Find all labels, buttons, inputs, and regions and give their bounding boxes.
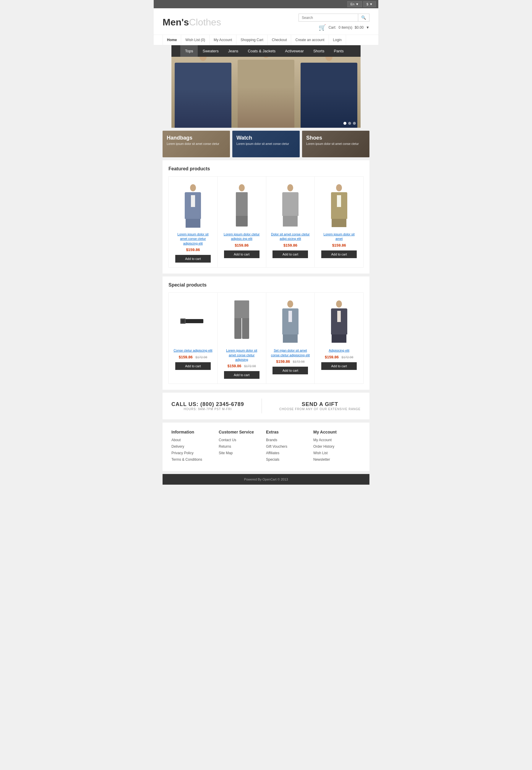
- nav-create-account[interactable]: Create an account: [291, 35, 329, 45]
- cat-coats[interactable]: Coats & Jackets: [243, 45, 280, 57]
- product-image-area: [271, 181, 310, 228]
- footer-link-affiliates[interactable]: Affiliates: [266, 451, 313, 455]
- chevron-down-icon: ▼: [366, 25, 369, 30]
- product-image-area: [319, 297, 359, 345]
- product-image: [233, 300, 251, 342]
- product-card: Lorem ipsum dolor sit amet $159.86 Add t…: [315, 176, 363, 267]
- add-to-cart-button[interactable]: Add to cart: [224, 250, 259, 258]
- hero-dot-2[interactable]: [348, 122, 351, 125]
- cat-sweaters[interactable]: Sweaters: [198, 45, 223, 57]
- hero-dot-3[interactable]: [353, 122, 356, 125]
- product-card: Lorem ipsum dolor sit amet conse ctetur …: [218, 293, 266, 383]
- add-to-cart-button[interactable]: Add to cart: [321, 250, 357, 258]
- price-current: $159.86: [179, 355, 193, 359]
- nav-checkout[interactable]: Checkout: [268, 35, 291, 45]
- product-image-area: [222, 181, 261, 228]
- footer-link-terms[interactable]: Terms & Conditions: [171, 458, 219, 462]
- footer-col-extras: Extras Brands Gift Vouchers Affiliates S…: [266, 430, 313, 464]
- watch-desc: Lorem ipsum dolor sit amet conse ctetur: [236, 142, 296, 145]
- cat-tops[interactable]: Tops: [180, 45, 198, 57]
- price-old: $172.98: [342, 355, 353, 359]
- footer-link-order-history[interactable]: Order History: [313, 445, 361, 449]
- hero-dot-1[interactable]: [343, 122, 346, 125]
- footer-link-privacy[interactable]: Privacy Policy: [171, 451, 219, 455]
- product-image: [329, 184, 349, 226]
- special-title: Special products: [168, 282, 364, 288]
- nav-my-account[interactable]: My Account: [210, 35, 236, 45]
- product-name[interactable]: Conse ctetur adipiscing elit: [173, 348, 213, 353]
- footer-link-contact[interactable]: Contact Us: [219, 438, 266, 442]
- add-to-cart-button[interactable]: Add to cart: [175, 255, 211, 262]
- price-old: $172.98: [244, 364, 256, 368]
- main-navigation: Home Wish List (0) My Account Shopping C…: [154, 35, 378, 45]
- footer-col-customer-service: Customer Service Contact Us Returns Site…: [219, 430, 266, 464]
- price-current: $159.86: [332, 243, 346, 247]
- add-to-cart-button[interactable]: Add to cart: [175, 362, 211, 370]
- cat-jeans[interactable]: Jeans: [223, 45, 243, 57]
- watch-overlay: Watch Lorem ipsum dolor sit amet conse c…: [232, 131, 300, 157]
- add-to-cart-button[interactable]: Add to cart: [273, 250, 308, 258]
- footer-link-brands[interactable]: Brands: [266, 438, 313, 442]
- product-name[interactable]: Lorem ipsum dolor sit amet conse ctetur …: [222, 348, 261, 362]
- footer-link-vouchers[interactable]: Gift Vouchers: [266, 445, 313, 449]
- footer-link-specials[interactable]: Specials: [266, 458, 313, 462]
- cart-area[interactable]: 🛒 Cart: 0 item(s) $0.00 ▼: [319, 24, 369, 31]
- send-gift-title: SEND A GIFT: [279, 401, 361, 408]
- nav-home[interactable]: Home: [163, 35, 181, 45]
- product-price: $159.86 $172.98: [271, 359, 310, 364]
- product-image-area: [222, 297, 261, 345]
- search-input[interactable]: [299, 14, 358, 21]
- product-name[interactable]: Lorem ipsum dolor ctetur adipisic-ing el…: [222, 232, 261, 241]
- call-us-hours: HOURS: 9AM-7PM PST M-FRI: [171, 408, 244, 411]
- product-name[interactable]: Set mjan dolor sit amet conse ctetur adi…: [271, 348, 310, 357]
- hero-image: [171, 57, 361, 128]
- call-us-section: CALL US: (800) 2345-6789 HOURS: 9AM-7PM …: [171, 401, 244, 411]
- cat-banner-handbags[interactable]: Handbags Lorem ipsum dolor sit amet cons…: [163, 131, 230, 157]
- bottom-bar: Powered By OpenCart © 2013: [163, 474, 369, 485]
- cat-banner-watch[interactable]: Watch Lorem ipsum dolor sit amet conse c…: [232, 131, 300, 157]
- footer-link-returns[interactable]: Returns: [219, 445, 266, 449]
- nav-shopping-cart[interactable]: Shopping Cart: [236, 35, 268, 45]
- footer-link-sitemap[interactable]: Site Map: [219, 451, 266, 455]
- nav-wishlist[interactable]: Wish List (0): [181, 35, 210, 45]
- footer-link-about[interactable]: About: [171, 438, 219, 442]
- product-name[interactable]: Adipisicing elit: [319, 348, 359, 353]
- footer-link-delivery[interactable]: Delivery: [171, 445, 219, 449]
- product-image: [280, 300, 301, 342]
- product-image-area: [173, 181, 213, 228]
- add-to-cart-button[interactable]: Add to cart: [321, 362, 357, 370]
- product-name[interactable]: Dolor sit amet conse ctetur adipi-sicing…: [271, 232, 310, 241]
- footer-col-title: Information: [171, 430, 219, 435]
- product-price: $159.86: [173, 247, 213, 252]
- language-selector[interactable]: En ▼: [347, 1, 362, 7]
- language-label: En: [351, 2, 354, 6]
- footer-link-my-account[interactable]: My Account: [313, 438, 361, 442]
- watch-title: Watch: [236, 135, 296, 141]
- product-name[interactable]: Lorem ipsum dolor sit amet: [319, 232, 359, 241]
- currency-selector[interactable]: $ ▼: [363, 1, 376, 7]
- special-products-section: Special products Conse ctetur adipiscing…: [163, 276, 369, 390]
- cat-banner-shoes[interactable]: Shoes Lorem ipsum dolor sit amet conse c…: [302, 131, 369, 157]
- product-price: $159.86: [319, 243, 359, 247]
- nav-login[interactable]: Login: [329, 35, 346, 45]
- cat-shorts[interactable]: Shorts: [309, 45, 329, 57]
- product-name[interactable]: Lorem ipsum dolor sit amet conse ctetur …: [173, 232, 213, 246]
- footer-link-newsletter[interactable]: Newsletter: [313, 458, 361, 462]
- hero-dots: [343, 122, 356, 125]
- category-navigation: Tops Sweaters Jeans Coats & Jackets Acti…: [171, 45, 361, 57]
- product-image: [231, 184, 252, 226]
- search-button[interactable]: 🔍: [358, 14, 369, 21]
- send-gift-subtitle: CHOOSE FROM ANY OF OUR EXTENSIVE RANGE: [279, 408, 361, 411]
- product-card: Dolor sit amet conse ctetur adipi-sicing…: [266, 176, 315, 267]
- site-logo[interactable]: Men'sClothes: [163, 17, 221, 28]
- footer-col-title: Customer Service: [219, 430, 266, 435]
- cat-pants[interactable]: Pants: [329, 45, 348, 57]
- add-to-cart-button[interactable]: Add to cart: [273, 367, 308, 374]
- shoes-title: Shoes: [306, 135, 365, 141]
- footer-link-wish-list[interactable]: Wish List: [313, 451, 361, 455]
- cat-activewear[interactable]: Activewear: [280, 45, 309, 57]
- add-to-cart-button[interactable]: Add to cart: [224, 371, 259, 379]
- product-price: $159.86: [222, 243, 261, 247]
- hero-section: Tops Sweaters Jeans Coats & Jackets Acti…: [163, 45, 369, 128]
- product-card: Lorem ipsum dolor ctetur adipisic-ing el…: [218, 176, 266, 267]
